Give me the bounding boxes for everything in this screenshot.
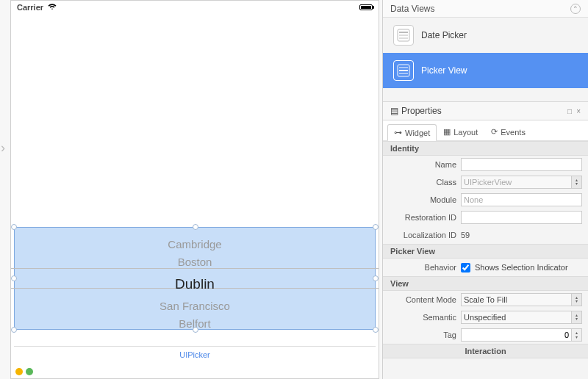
canvas-footer-label: UIPicker [14,346,376,362]
name-field[interactable] [461,158,582,171]
date-picker-icon [393,25,414,46]
widget-icon: ⊶ [394,128,402,137]
picker-row[interactable]: Boston [11,253,379,271]
module-field[interactable] [461,193,582,206]
tab-events[interactable]: ⟳ Events [484,123,532,140]
chevron-down-icon: ▴▾ [571,176,581,188]
properties-icon: ▤ [390,106,398,116]
inspector-panel: Data Views ⌃ Date Picker Picker View ▤ P… [382,0,588,379]
tab-label: Events [501,128,526,137]
content-mode-label: Content Mode [389,295,456,304]
properties-header: ▤ Properties □ × [383,101,588,120]
design-canvas[interactable]: › Carrier Cambridge Boston Dublin San Fr… [10,0,379,379]
localization-id-label: Localization ID [389,231,456,239]
module-label: Module [389,195,456,204]
simulator-status-bar: Carrier [11,1,379,14]
arrow-right-icon: › [1,140,5,156]
chevron-down-icon: ▴▾ [571,311,581,323]
content-mode-select[interactable]: Scale To Fill ▴▾ [461,293,582,306]
picker-row-selected[interactable]: Dublin [11,274,379,295]
section-picker-view: Picker View [383,244,588,259]
restoration-id-label: Restoration ID [389,213,456,222]
tab-widget[interactable]: ⊶ Widget [387,124,437,141]
svg-rect-2 [399,35,408,36]
content-mode-value: Scale To Fill [464,295,507,304]
data-view-label: Date Picker [421,30,467,40]
semantic-value: Unspecified [464,313,506,322]
semantic-label: Semantic [389,313,456,322]
svg-rect-1 [399,32,408,33]
tag-field[interactable] [461,328,572,342]
picker-view[interactable]: Cambridge Boston Dublin San Francisco Be… [11,236,379,333]
svg-rect-3 [399,37,408,39]
svg-rect-6 [399,70,408,71]
svg-rect-5 [399,67,408,68]
tab-label: Layout [453,128,478,137]
data-view-label: Picker View [421,65,467,76]
section-interaction: Interaction [383,344,588,358]
wifi-icon [48,3,57,12]
section-identity: Identity [383,141,588,156]
localization-id-value: 59 [461,231,582,239]
warning-icon[interactable] [15,368,23,375]
data-views-header[interactable]: Data Views ⌃ [383,0,588,18]
behavior-label: Behavior [389,263,456,272]
tag-label: Tag [389,331,456,339]
class-value: UIPickerView [464,178,512,187]
shows-selection-indicator-checkbox[interactable] [461,263,470,272]
semantic-select[interactable]: Unspecified ▴▾ [461,311,582,324]
svg-rect-7 [399,73,408,74]
tag-stepper[interactable]: ▴▾ [572,328,582,342]
restoration-id-field[interactable] [461,211,582,224]
carrier-label: Carrier [17,3,43,12]
data-view-date-picker[interactable]: Date Picker [383,18,588,53]
tab-layout[interactable]: ▦ Layout [437,123,484,140]
tab-label: Widget [405,129,430,137]
battery-icon [359,4,373,10]
section-view: View [383,276,588,291]
refresh-icon[interactable] [26,368,33,375]
class-select[interactable]: UIPickerView ▴▾ [461,176,582,189]
picker-row[interactable]: San Francisco [11,297,379,315]
data-views-title: Data Views [390,4,434,14]
events-icon: ⟳ [491,127,498,137]
data-view-picker-view[interactable]: Picker View [383,53,588,88]
properties-title: Properties [401,106,442,116]
picker-view-icon [393,60,414,81]
class-label: Class [389,178,456,187]
name-label: Name [389,160,456,169]
layout-icon: ▦ [443,127,451,137]
collapse-icon[interactable]: ⌃ [570,4,581,14]
close-icon[interactable]: × [576,107,581,115]
chevron-down-icon: ▴▾ [571,294,581,306]
shows-selection-indicator-label: Shows Selection Indicator [475,263,568,272]
detach-icon[interactable]: □ [567,107,572,115]
picker-row[interactable]: Cambridge [11,236,379,253]
properties-tabs: ⊶ Widget ▦ Layout ⟳ Events [383,120,588,141]
